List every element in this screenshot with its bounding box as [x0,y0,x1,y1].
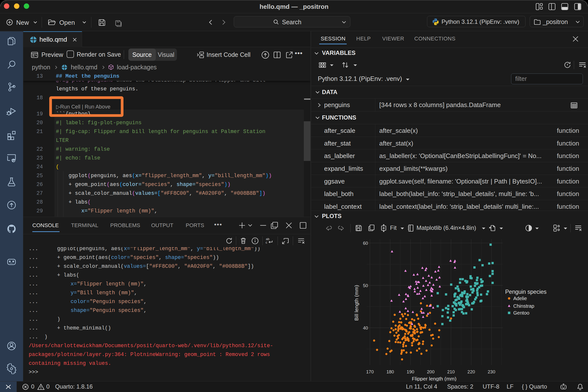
svg-text:220: 220 [468,369,475,374]
svg-text:c: c [266,240,267,244]
svg-text:60: 60 [363,240,368,246]
svg-text:Gentoo: Gentoo [513,310,530,316]
svg-text:50: 50 [363,283,368,288]
svg-text:Flipper length (mm): Flipper length (mm) [412,376,456,381]
svg-text:230: 230 [488,369,496,374]
svg-text:190: 190 [407,369,414,374]
svg-text:180: 180 [386,369,394,374]
svg-text:170: 170 [366,369,374,374]
svg-text:Chinstrap: Chinstrap [513,303,534,309]
svg-text:Bill length (mm): Bill length (mm) [354,285,359,321]
svg-text:40: 40 [363,325,368,330]
svg-text:200: 200 [427,369,435,374]
svg-text:Adelie: Adelie [513,296,527,301]
svg-text:Penguin species: Penguin species [505,288,546,295]
svg-text:ab: ab [266,237,269,241]
svg-text:210: 210 [447,369,455,374]
